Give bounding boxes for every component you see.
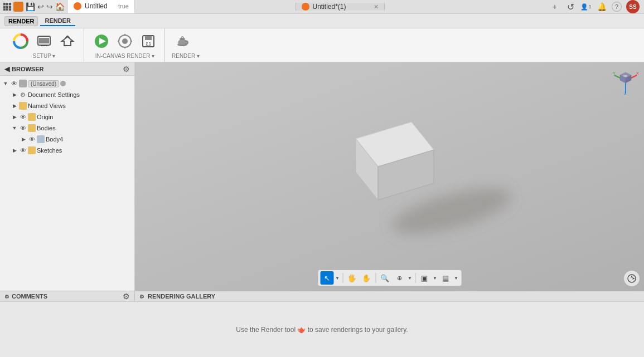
- comments-left: ⚙ COMMENTS: [4, 293, 47, 300]
- pan-button[interactable]: ✋: [360, 271, 373, 285]
- redo-icon[interactable]: ↪: [46, 2, 53, 11]
- save-render-icon: [141, 33, 156, 49]
- render-menu-button[interactable]: RENDER: [4, 16, 38, 26]
- tree-item-sketches[interactable]: ▶ 👁 Sketches: [0, 145, 134, 156]
- comments-settings-icon[interactable]: ⚙: [123, 292, 130, 301]
- rendering-gallery-label: RENDERING GALLERY: [148, 293, 215, 300]
- eye-origin[interactable]: 👁: [19, 113, 27, 121]
- setup-group: SETUP ▾: [4, 28, 84, 62]
- unsaved-label: (Unsaved): [28, 80, 59, 87]
- browser-header: ◀ BROWSER ⚙: [0, 62, 134, 76]
- play-render-button[interactable]: [91, 32, 112, 51]
- view-cube[interactable]: X Y Z top: [612, 67, 640, 95]
- play-render-icon: [94, 33, 109, 49]
- unsaved-dot: [60, 81, 66, 86]
- tab-render[interactable]: RENDER: [40, 16, 75, 26]
- gallery-expand-icon[interactable]: ⚙: [139, 294, 144, 300]
- user-count-icon[interactable]: 👤1: [580, 1, 592, 12]
- ray-trace-button[interactable]: [114, 32, 135, 51]
- setup-label[interactable]: SETUP ▾: [10, 53, 78, 59]
- expand-sketches[interactable]: ▶: [11, 147, 18, 154]
- add-tab-button[interactable]: +: [549, 1, 560, 12]
- user-avatar[interactable]: SS: [626, 0, 640, 13]
- visual-style-dropdown[interactable]: ▼: [453, 271, 459, 285]
- zoom-fit-button[interactable]: 🔍: [378, 271, 391, 285]
- comments-expand-icon[interactable]: ⚙: [4, 294, 9, 300]
- undo-icon[interactable]: ↩: [37, 2, 44, 11]
- tree-item-doc-settings[interactable]: ▶ ⚙ Document Settings: [0, 89, 134, 100]
- app-icon[interactable]: [13, 2, 23, 12]
- doc-settings-label: Document Settings: [28, 91, 80, 98]
- expand-body4[interactable]: ▶: [20, 136, 27, 143]
- save-icon[interactable]: 💾: [26, 2, 35, 11]
- browser-collapse-icon[interactable]: ◀: [4, 65, 9, 73]
- in-canvas-label[interactable]: IN-CANVAS RENDER ▾: [91, 53, 159, 59]
- refresh-icon[interactable]: ↺: [565, 1, 576, 12]
- expand-named-views[interactable]: ▶: [11, 102, 18, 109]
- tab-untitled2[interactable]: Untitled*(1) ✕: [296, 3, 385, 11]
- navigation-icon[interactable]: [624, 271, 640, 286]
- environment-icon: [60, 33, 75, 49]
- appearance-icon: [13, 33, 28, 49]
- eye-body4[interactable]: 👁: [28, 135, 36, 143]
- display-mode-button[interactable]: ▣: [418, 271, 431, 285]
- tab-close-untitled2[interactable]: ✕: [374, 3, 379, 11]
- expand-unsaved[interactable]: ▼: [2, 80, 9, 87]
- tree-item-unsaved[interactable]: ▼ 👁 (Unsaved): [0, 78, 134, 89]
- setup-display-button[interactable]: [33, 32, 55, 51]
- svg-rect-3: [39, 38, 49, 43]
- tree-item-origin[interactable]: ▶ 👁 Origin: [0, 111, 134, 123]
- tab-untitled[interactable]: Untitled true: [68, 0, 135, 13]
- tree-item-bodies[interactable]: ▼ 👁 Bodies: [0, 123, 134, 134]
- comments-label: COMMENTS: [12, 293, 47, 300]
- tab-close-untitled[interactable]: true: [118, 3, 129, 9]
- appearance-button[interactable]: [10, 32, 31, 51]
- grid-icon[interactable]: [3, 3, 11, 11]
- 3d-box: [322, 116, 445, 217]
- tab-group: Untitled true: [68, 0, 135, 13]
- visual-style-button[interactable]: ▤: [439, 271, 452, 285]
- browser-title: BROWSER: [12, 66, 43, 72]
- zoom-dropdown[interactable]: ▼: [407, 271, 413, 285]
- body4-label: Body4: [46, 136, 63, 143]
- zoom-button[interactable]: ⊕: [393, 271, 406, 285]
- render-label[interactable]: RENDER ▾: [172, 53, 200, 59]
- browser-settings-icon[interactable]: ⚙: [123, 65, 130, 74]
- tree-item-body4[interactable]: ▶ 👁 Body4: [0, 134, 134, 145]
- help-icon[interactable]: ?: [612, 2, 622, 12]
- save-render-button[interactable]: [138, 32, 159, 51]
- toolbar-divider-1: [342, 273, 343, 283]
- center-tab-area: Untitled*(1) ✕: [135, 3, 545, 11]
- eye-sketches[interactable]: 👁: [19, 146, 27, 154]
- expand-doc-settings[interactable]: ▶: [11, 91, 18, 98]
- pan-orbit-button[interactable]: 🖐: [345, 271, 359, 285]
- eye-bodies[interactable]: 👁: [19, 124, 27, 132]
- tab-label-untitled2: Untitled*(1): [313, 3, 346, 11]
- tab-icon-untitled2: [302, 3, 309, 11]
- tree-item-named-views[interactable]: ▶ Named Views: [0, 100, 134, 111]
- environment-button[interactable]: [57, 32, 78, 51]
- expand-bodies[interactable]: ▼: [11, 125, 18, 131]
- home-icon[interactable]: 🏠: [55, 2, 65, 11]
- render-tool-button[interactable]: [172, 32, 193, 51]
- system-icons: 💾 ↩ ↪ 🏠: [0, 2, 68, 12]
- rendering-gallery-content: Use the Render tool 🫖 to save renderings…: [0, 301, 644, 357]
- notification-icon[interactable]: 🔔: [596, 1, 607, 12]
- toolbar-tabs: RENDER RENDER: [0, 14, 644, 28]
- render-tool-icon: [175, 33, 190, 49]
- browser-content: ▼ 👁 (Unsaved) ▶ ⚙ Document Settings ▶ Na: [0, 76, 134, 291]
- viewport-bg: X Y Z top ↖ ▼ 🖐 ✋: [135, 62, 644, 291]
- svg-text:Y: Y: [613, 71, 616, 75]
- folder-bodies: [28, 124, 36, 132]
- select-tool-dropdown[interactable]: ▼: [335, 271, 340, 285]
- display-mode-dropdown[interactable]: ▼: [432, 271, 438, 285]
- viewport[interactable]: X Y Z top ↖ ▼ 🖐 ✋: [135, 62, 644, 291]
- select-tool-button[interactable]: ↖: [320, 271, 333, 285]
- sketches-label: Sketches: [37, 147, 62, 154]
- in-canvas-render-group: IN-CANVAS RENDER ▾: [85, 28, 165, 62]
- gallery-hint-text: Use the Render tool 🫖 to save renderings…: [236, 326, 408, 334]
- toolbar-divider-2: [375, 273, 376, 283]
- folder-origin: [28, 113, 36, 121]
- eye-unsaved[interactable]: 👁: [10, 80, 18, 87]
- expand-origin[interactable]: ▶: [11, 114, 18, 120]
